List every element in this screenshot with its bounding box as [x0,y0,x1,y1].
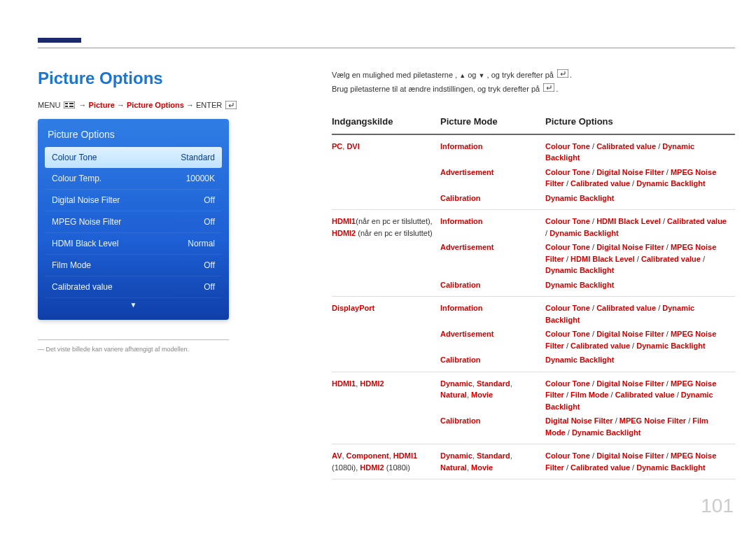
cell-options: Colour Tone / Calibrated value / Dynamic… [545,297,735,328]
page-number: 101 [701,495,734,517]
enter-icon [543,83,554,97]
arrow-down-icon: ▼ [479,72,485,79]
cell-source [332,165,440,191]
cell-options: Colour Tone / Digital Noise Filter / MPE… [545,372,735,414]
osd-row-label: Digital Noise Filter [52,195,120,205]
cell-source [332,353,440,372]
cell-options: Colour Tone / Calibrated value / Dynamic… [545,134,735,165]
header-accent-bar [38,38,81,43]
page-title: Picture Options [38,69,269,88]
cell-mode: Dynamic, Standard, Natural, Movie [440,444,545,479]
left-column: Picture Options MENU → Picture → Picture… [38,69,269,479]
cell-options: Digital Noise Filter / MPEG Noise Filter… [545,414,735,444]
cell-options: Colour Tone / Digital Noise Filter / MPE… [545,444,735,479]
cell-mode: Information [440,134,545,165]
th-options: Picture Options [545,112,735,134]
breadcrumb: MENU → Picture → Picture Options → ENTER [38,101,269,111]
svg-rect-2 [65,106,68,107]
cell-mode: Advertisement [440,327,545,353]
osd-menu-row[interactable]: Film ModeOff [45,255,222,276]
osd-row-value: 10000K [186,174,215,183]
osd-menu-row[interactable]: HDMI Black LevelNormal [45,233,222,255]
cell-source [332,191,440,210]
svg-rect-4 [69,106,74,107]
cell-source [332,414,440,444]
breadcrumb-enter: ENTER [196,101,222,109]
cell-mode: Calibration [440,353,545,372]
cell-source: DisplayPort [332,297,440,328]
table-row: CalibrationDynamic Backlight [332,353,735,372]
cell-mode: Calibration [440,414,545,444]
osd-menu-row[interactable]: Calibrated valueOff [45,276,222,298]
right-column: Vælg en mulighed med piletasterne , ▲ og… [332,69,735,479]
cell-mode: Information [440,297,545,328]
osd-menu-row[interactable]: Colour Temp.10000K [45,168,222,190]
instr1-pre: Vælg en mulighed med piletasterne , [332,71,457,79]
scroll-down-icon[interactable]: ▼ [45,301,222,309]
footnote-text: ― Det viste billede kan variere afhængig… [38,346,229,353]
table-row: AdvertisementColour Tone / Digital Noise… [332,327,735,353]
osd-menu-panel: Picture Options Colour ToneStandardColou… [38,119,229,320]
arrow-up-icon: ▲ [459,72,465,79]
table-row: HDMI1(når en pc er tilsluttet), HDMI2 (n… [332,210,735,241]
cell-source [332,278,440,297]
cell-source: HDMI1(når en pc er tilsluttet), HDMI2 (n… [332,210,440,241]
osd-row-value: Off [204,260,215,270]
cell-mode: Advertisement [440,240,545,278]
osd-row-value: Off [204,195,215,205]
cell-options: Colour Tone / Digital Noise Filter / MPE… [545,240,735,278]
osd-menu-row[interactable]: Colour ToneStandard [45,147,222,168]
svg-rect-0 [64,101,75,108]
cell-mode: Calibration [440,191,545,210]
osd-row-label: Calibrated value [52,282,113,292]
cell-source [332,240,440,278]
cell-mode: Calibration [440,278,545,297]
cell-options: Dynamic Backlight [545,353,735,372]
osd-row-value: Standard [181,153,215,162]
osd-row-label: Colour Tone [52,153,97,162]
cell-mode: Information [440,210,545,241]
svg-rect-5 [225,101,237,109]
instructions-line-2: Brug piletasterne til at ændre indstilli… [332,83,735,97]
options-table: Indgangskilde Picture Mode Picture Optio… [332,112,735,480]
table-row: CalibrationDynamic Backlight [332,278,735,297]
svg-rect-6 [557,69,568,78]
svg-rect-1 [65,103,68,104]
table-row: CalibrationDynamic Backlight [332,191,735,210]
svg-rect-7 [543,83,554,92]
osd-row-label: Colour Temp. [52,174,102,183]
osd-menu-row[interactable]: Digital Noise FilterOff [45,190,222,211]
table-row: PC, DVIInformationColour Tone / Calibrat… [332,134,735,165]
header-rule [38,48,735,48]
osd-row-value: Normal [188,239,215,248]
cell-mode: Dynamic, Standard, Natural, Movie [440,372,545,414]
table-row: DisplayPortInformationColour Tone / Cali… [332,297,735,328]
cell-source [332,327,440,353]
table-row: AdvertisementColour Tone / Digital Noise… [332,165,735,191]
cell-options: Colour Tone / Digital Noise Filter / MPE… [545,165,735,191]
th-source: Indgangskilde [332,112,440,134]
instr1-post: , og tryk derefter på [487,71,554,79]
instr2-pre: Brug piletasterne til at ændre indstilli… [332,85,540,93]
instr1-mid: og [468,71,476,79]
table-row: HDMI1, HDMI2Dynamic, Standard, Natural, … [332,372,735,414]
instructions-line-1: Vælg en mulighed med piletasterne , ▲ og… [332,69,735,83]
osd-row-label: Film Mode [52,260,91,270]
breadcrumb-menu: MENU [38,101,60,109]
osd-row-value: Off [204,217,215,227]
cell-source: HDMI1, HDMI2 [332,372,440,414]
osd-menu-title: Picture Options [45,126,222,147]
osd-row-value: Off [204,282,215,292]
osd-row-label: MPEG Noise Filter [52,217,121,227]
osd-menu-row[interactable]: MPEG Noise FilterOff [45,211,222,233]
table-row: AV, Component, HDMI1 (1080i), HDMI2 (108… [332,444,735,479]
cell-mode: Advertisement [440,165,545,191]
enter-icon [557,69,568,83]
page-content: Picture Options MENU → Picture → Picture… [38,69,735,479]
th-mode: Picture Mode [440,112,545,134]
menu-icon [64,101,75,110]
breadcrumb-picture-options: Picture Options [127,101,184,109]
table-row: CalibrationDigital Noise Filter / MPEG N… [332,414,735,444]
instructions: Vælg en mulighed med piletasterne , ▲ og… [332,69,735,97]
osd-row-label: HDMI Black Level [52,239,118,248]
